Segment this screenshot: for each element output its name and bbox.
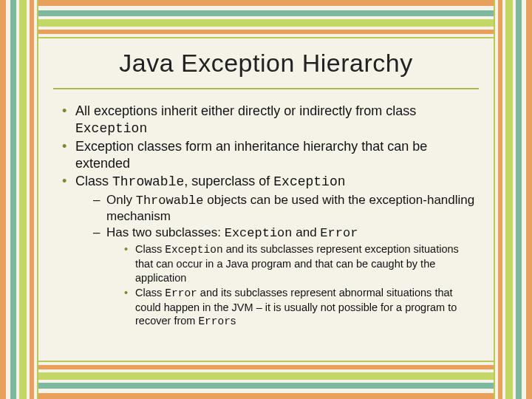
code-text: Error [198,316,231,327]
slide-title: Java Exception Hierarchy [53,49,479,89]
sub-sub-bullet-list: Class Exception and its subclasses repre… [106,242,479,329]
bullet-list: All exceptions inherit either directly o… [53,103,479,329]
sub-sub-bullet-item: Class Error and its subclasses represent… [124,286,479,330]
code-text: Throwable [136,194,204,208]
code-text: Error [320,226,358,240]
code-text: Exception [225,226,293,240]
sub-bullet-list: Only Throwable objects can be used with … [75,192,479,330]
code-text: Exception [273,174,345,189]
code-text: Error [165,287,197,299]
code-text: Exception [165,244,222,256]
bullet-item: Class Throwable, superclass of Exception… [62,173,479,329]
sub-sub-bullet-item: Class Exception and its subclasses repre… [124,242,479,285]
sub-bullet-item: Has two subclasses: Exception and Error … [93,225,479,329]
slide-content: Java Exception Hierarchy All exceptions … [38,38,494,361]
code-text: Exception [75,121,147,136]
bullet-item: Exception classes form an inheritance hi… [62,138,479,171]
bullet-item: All exceptions inherit either directly o… [62,103,479,137]
slide-frame: Java Exception Hierarchy All exceptions … [0,0,532,399]
sub-bullet-item: Only Throwable objects can be used with … [93,192,479,225]
code-text: Throwable [112,174,184,189]
